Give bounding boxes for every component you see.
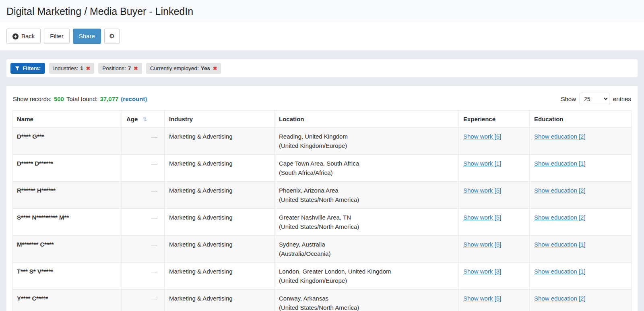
column-header-name: Name [12, 111, 122, 128]
sort-icon[interactable]: ⇅ [142, 116, 147, 122]
table-row: Y**** C***** — Marketing & Advertising C… [12, 290, 632, 311]
remove-filter-icon[interactable]: ✖ [86, 65, 90, 71]
show-education-link[interactable]: Show education [1] [534, 241, 586, 248]
industry-cell: Marketing & Advertising [165, 155, 275, 182]
table-row: R****** H****** — Marketing & Advertisin… [12, 182, 632, 209]
age-cell: — [122, 236, 165, 263]
table-row: D***** D****** — Marketing & Advertising… [12, 155, 632, 182]
experience-cell: Show work [5] [459, 209, 530, 236]
location-cell: Phoenix, Arizona Area (United States/Nor… [275, 182, 459, 209]
back-button-label: Back [21, 32, 35, 40]
show-education-link[interactable]: Show education [1] [534, 268, 586, 275]
filter-chip-value: 7 [128, 65, 131, 71]
recount-link[interactable]: (recount) [121, 95, 147, 102]
education-cell: Show education [2] [530, 182, 632, 209]
page-title: Digital Marketing / Media Buyer - Linked… [6, 6, 638, 17]
column-header-education: Education [530, 111, 632, 128]
remove-filter-icon[interactable]: ✖ [134, 65, 138, 71]
name-cell: Y**** C***** [12, 290, 122, 311]
filter-button[interactable]: Filter [44, 29, 69, 44]
location-line2: (South Africa/Africa) [279, 168, 454, 177]
show-records-value: 500 [54, 95, 64, 102]
results-panel: Show records: 500 Total found: 37,077 (r… [6, 86, 638, 311]
show-work-link[interactable]: Show work [1] [463, 160, 501, 167]
education-cell: Show education [2] [530, 290, 632, 311]
show-education-link[interactable]: Show education [2] [534, 295, 586, 302]
records-summary: Show records: 500 Total found: 37,077 (r… [13, 95, 147, 102]
filter-chip-label: Industries: [53, 65, 78, 71]
age-cell: — [122, 209, 165, 236]
table-row: T*** S* V***** — Marketing & Advertising… [12, 263, 632, 290]
industry-cell: Marketing & Advertising [165, 236, 275, 263]
experience-cell: Show work [3] [459, 263, 530, 290]
location-cell: Cape Town Area, South Africa (South Afri… [275, 155, 459, 182]
show-work-link[interactable]: Show work [5] [463, 133, 501, 140]
table-row: D**** G*** — Marketing & Advertising Rea… [12, 128, 632, 155]
location-line1: Reading, United Kingdom [279, 132, 454, 141]
toolbar: Back Filter Share ⚙ [0, 22, 644, 50]
show-education-link[interactable]: Show education [1] [534, 160, 586, 167]
industry-cell: Marketing & Advertising [165, 128, 275, 155]
location-line1: Greater Nashville Area, TN [279, 213, 454, 222]
filters-label-button[interactable]: Filters: [10, 63, 45, 74]
show-work-link[interactable]: Show work [5] [463, 214, 501, 221]
name-cell: R****** H****** [12, 182, 122, 209]
share-button[interactable]: Share [73, 29, 101, 44]
show-education-link[interactable]: Show education [2] [534, 214, 586, 221]
industry-cell: Marketing & Advertising [165, 182, 275, 209]
age-cell: — [122, 155, 165, 182]
education-cell: Show education [1] [530, 155, 632, 182]
back-button[interactable]: Back [6, 29, 41, 44]
filter-chip-value: Yes [201, 65, 210, 71]
name-cell: D***** D****** [12, 155, 122, 182]
table-header-row: Name Age⇅ Industry Location Experience E… [12, 111, 632, 128]
table-body: D**** G*** — Marketing & Advertising Rea… [12, 128, 632, 311]
name-cell: T*** S* V***** [12, 263, 122, 290]
remove-filter-icon[interactable]: ✖ [213, 65, 217, 71]
page-size-control: Show 25 entries [561, 93, 631, 105]
total-found-value: 37,077 [100, 95, 118, 102]
funnel-icon [15, 66, 20, 71]
experience-cell: Show work [1] [459, 155, 530, 182]
share-button-label: Share [79, 32, 95, 40]
show-education-link[interactable]: Show education [2] [534, 187, 586, 194]
page-size-label: Show [561, 95, 576, 102]
education-cell: Show education [2] [530, 209, 632, 236]
show-work-link[interactable]: Show work [3] [463, 268, 501, 275]
experience-cell: Show work [5] [459, 182, 530, 209]
filter-chip-label: Currently employed: [150, 65, 199, 71]
show-education-link[interactable]: Show education [2] [534, 133, 586, 140]
results-table: Name Age⇅ Industry Location Experience E… [12, 110, 632, 311]
filter-chip-label: Positions: [102, 65, 126, 71]
education-cell: Show education [1] [530, 236, 632, 263]
location-line1: Phoenix, Arizona Area [279, 186, 454, 195]
industry-cell: Marketing & Advertising [165, 209, 275, 236]
show-work-link[interactable]: Show work [5] [463, 241, 501, 248]
age-cell: — [122, 290, 165, 311]
name-cell: M******* C**** [12, 236, 122, 263]
settings-button[interactable]: ⚙ [104, 29, 120, 44]
location-line2: (United Kingdom/Europe) [279, 276, 454, 285]
table-row: M******* C**** — Marketing & Advertising… [12, 236, 632, 263]
show-work-link[interactable]: Show work [5] [463, 187, 501, 194]
education-cell: Show education [1] [530, 263, 632, 290]
name-cell: D**** G*** [12, 128, 122, 155]
location-line1: Conway, Arkansas [279, 294, 454, 303]
name-cell: S**** N********* M** [12, 209, 122, 236]
page-header: Digital Marketing / Media Buyer - Linked… [0, 0, 644, 22]
filter-chip-value: 1 [80, 65, 83, 71]
filter-chip: Positions: 7 ✖ [98, 63, 142, 74]
filters-label: Filters: [23, 65, 41, 71]
column-header-age[interactable]: Age⇅ [122, 111, 165, 128]
experience-cell: Show work [5] [459, 128, 530, 155]
age-cell: — [122, 128, 165, 155]
entries-label: entries [613, 95, 631, 102]
location-cell: Reading, United Kingdom (United Kingdom/… [275, 128, 459, 155]
filter-chip: Industries: 1 ✖ [49, 63, 94, 74]
show-work-link[interactable]: Show work [5] [463, 295, 501, 302]
industry-cell: Marketing & Advertising [165, 263, 275, 290]
table-row: S**** N********* M** — Marketing & Adver… [12, 209, 632, 236]
filters-bar: Filters: Industries: 1 ✖ Positions: 7 ✖ … [6, 59, 638, 77]
location-line2: (Australia/Oceania) [279, 249, 454, 258]
page-size-select[interactable]: 25 [580, 93, 609, 105]
